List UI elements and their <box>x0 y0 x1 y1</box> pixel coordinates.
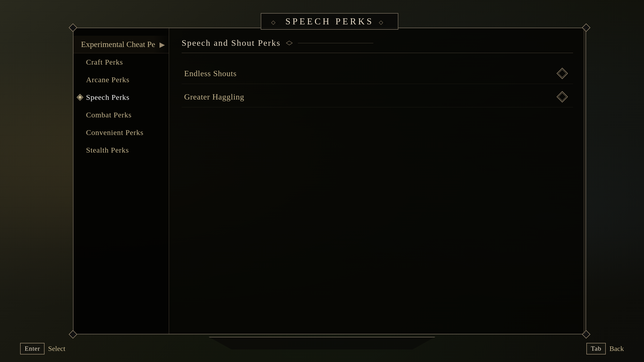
hud-select-button: Enter Select <box>20 343 65 354</box>
speech-active-icon <box>76 94 84 101</box>
sidebar-item-label: Stealth Perks <box>86 146 129 154</box>
sidebar-item-label: Convenient Perks <box>86 128 143 137</box>
perk-label-greater-haggling: Greater Haggling <box>184 92 244 102</box>
toggle-diamond-icon-endless <box>556 68 568 79</box>
active-icon-speech <box>76 93 84 101</box>
sidebar-item-stealth-perks[interactable]: Stealth Perks <box>73 141 169 159</box>
sidebar-item-arcane-perks[interactable]: Arcane Perks <box>73 71 169 88</box>
sidebar: Experimental Cheat Pe ▶ Craft Perks Arca… <box>73 28 169 334</box>
main-panel: ◇ SPEECH PERKS ◇ Experimental Cheat Pe ▶… <box>73 28 586 334</box>
sidebar-item-label: Speech Perks <box>86 93 130 101</box>
title-ornament-left: ◇ <box>271 19 280 24</box>
title-bar: ◇ SPEECH PERKS ◇ <box>261 13 398 30</box>
content-area: Speech and Shout Perks Endless Shouts <box>169 28 586 334</box>
back-label: Back <box>609 345 624 353</box>
sidebar-item-label: Combat Perks <box>86 111 132 119</box>
sidebar-item-convenient-perks[interactable]: Convenient Perks <box>73 124 169 141</box>
sidebar-header[interactable]: Experimental Cheat Pe ▶ <box>73 36 169 53</box>
title-ornament-right: ◇ <box>379 19 388 24</box>
page-title: SPEECH PERKS <box>285 16 374 27</box>
perk-toggle-greater-haggling <box>556 91 568 103</box>
perk-label-endless-shouts: Endless Shouts <box>184 69 237 78</box>
sidebar-item-label: Arcane Perks <box>86 75 130 84</box>
perk-item-endless-shouts[interactable]: Endless Shouts <box>182 63 573 84</box>
enter-key-label: Enter <box>20 343 45 354</box>
sidebar-header-text: Experimental Cheat Pe <box>81 40 155 49</box>
sidebar-arrow-icon: ▶ <box>159 40 165 49</box>
inner-layout: Experimental Cheat Pe ▶ Craft Perks Arca… <box>73 28 586 334</box>
perk-item-greater-haggling[interactable]: Greater Haggling <box>182 86 573 107</box>
perk-toggle-endless-shouts <box>556 68 568 79</box>
toggle-diamond-icon-haggling <box>556 91 568 103</box>
sidebar-item-speech-perks[interactable]: Speech Perks <box>73 88 169 106</box>
section-divider-line <box>298 43 373 43</box>
section-ornament-icon <box>286 40 293 46</box>
scroll-track <box>584 28 586 334</box>
perk-list: Endless Shouts Greater Haggling <box>182 63 573 107</box>
hud-controls: Enter Select Tab Back <box>0 343 644 354</box>
tab-key-label: Tab <box>586 343 606 354</box>
sidebar-item-craft-perks[interactable]: Craft Perks <box>73 53 169 71</box>
sidebar-item-label: Craft Perks <box>86 58 123 66</box>
select-label: Select <box>48 345 65 353</box>
svg-marker-2 <box>286 41 292 45</box>
sidebar-item-combat-perks[interactable]: Combat Perks <box>73 106 169 124</box>
hud-back-button: Tab Back <box>586 343 624 354</box>
section-header: Speech and Shout Perks <box>182 38 573 53</box>
section-title: Speech and Shout Perks <box>182 38 281 48</box>
